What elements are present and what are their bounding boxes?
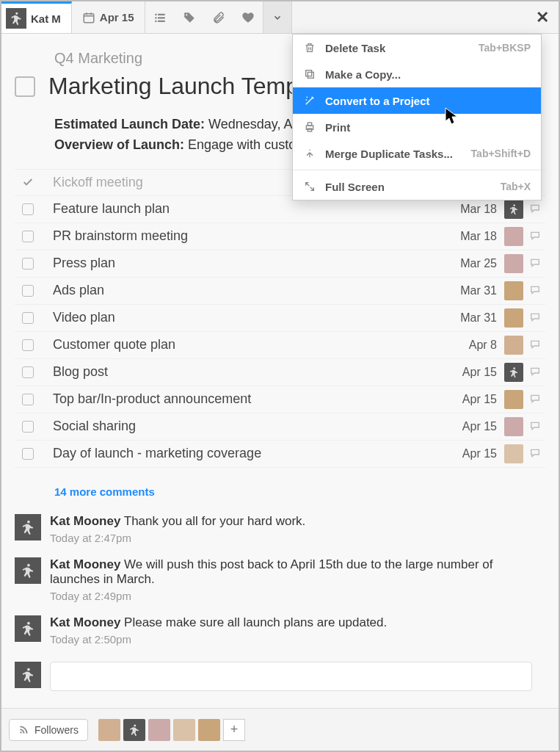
task-title[interactable]: Marketing Launch Temp — [48, 73, 299, 100]
follower-avatar[interactable] — [98, 719, 120, 741]
follower-avatar[interactable] — [173, 719, 195, 741]
comment-icon[interactable] — [529, 284, 542, 297]
comment-author[interactable]: Kat Mooney — [50, 615, 120, 629]
merge-icon — [303, 147, 316, 160]
follower-avatar[interactable] — [123, 719, 145, 741]
subtask-date: Mar 25 — [447, 257, 497, 270]
subtask-assignee-avatar[interactable] — [504, 308, 523, 328]
subtask-row[interactable]: Blog post Apr 15 — [15, 359, 545, 386]
subtask-checkbox[interactable] — [22, 421, 34, 433]
svg-point-7 — [186, 14, 187, 15]
subtask-checkbox[interactable] — [22, 366, 34, 378]
assignee-chip[interactable]: Kat M — [1, 1, 72, 33]
comment-text: Please make sure all launch plans are up… — [120, 615, 387, 629]
comment-author[interactable]: Kat Mooney — [50, 557, 120, 571]
svg-point-13 — [20, 731, 21, 733]
due-date: Apr 15 — [100, 11, 134, 24]
comment-icon[interactable] — [529, 311, 542, 325]
subtask-row[interactable]: PR brainstorm meeting Mar 18 — [15, 223, 545, 250]
comment-icon[interactable] — [529, 447, 542, 460]
comment-time: Today at 2:50pm — [50, 633, 387, 646]
more-comments-link[interactable]: 14 more comments — [54, 485, 545, 498]
comment-input[interactable] — [50, 662, 532, 691]
comment-icon[interactable] — [529, 203, 542, 216]
add-follower-button[interactable]: + — [223, 719, 245, 741]
comment-icon[interactable] — [529, 393, 542, 406]
subtask-title: Top bar/In-product announcement — [53, 391, 447, 407]
subtask-date: Apr 15 — [447, 420, 497, 433]
followers-label: Followers — [34, 724, 79, 736]
comment-avatar — [15, 557, 41, 584]
subtask-checkbox[interactable] — [22, 312, 34, 324]
svg-rect-11 — [308, 123, 311, 126]
menu-merge-duplicates[interactable]: Merge Duplicate Tasks... Tab+Shift+D — [293, 140, 541, 167]
comment-row: Kat Mooney Please make sure all launch p… — [15, 611, 545, 654]
subtask-title: PR brainstorm meeting — [53, 228, 447, 244]
subtask-date: Apr 8 — [447, 339, 497, 352]
subtask-row[interactable]: Ads plan Mar 31 — [15, 278, 545, 305]
due-date-chip[interactable]: Apr 15 — [72, 1, 145, 33]
menu-full-screen[interactable]: Full Screen Tab+X — [293, 173, 541, 200]
menu-delete-task[interactable]: Delete Task Tab+BKSP — [293, 35, 541, 61]
subtask-assignee-avatar[interactable] — [504, 227, 523, 246]
comment-avatar — [15, 514, 41, 540]
followers-button[interactable]: Followers — [9, 719, 88, 741]
complete-task-checkbox[interactable] — [15, 76, 35, 97]
svg-rect-1 — [155, 13, 156, 15]
comment-icon[interactable] — [529, 420, 542, 433]
subtask-date: Mar 18 — [447, 230, 497, 243]
subtask-checkbox[interactable] — [22, 258, 34, 270]
subtask-assignee-avatar[interactable] — [504, 417, 523, 436]
menu-make-copy[interactable]: Make a Copy... — [293, 61, 541, 87]
subtask-checkbox[interactable] — [22, 231, 34, 242]
comment-icon[interactable] — [529, 257, 542, 270]
subtask-assignee-avatar[interactable] — [504, 363, 523, 382]
subtask-title: Customer quote plan — [53, 337, 447, 352]
subtask-checkbox[interactable] — [22, 448, 34, 460]
subtask-checkbox[interactable] — [22, 339, 34, 351]
close-button[interactable]: ✕ — [526, 1, 559, 33]
subtasks-icon[interactable] — [145, 1, 175, 33]
checkmark-icon[interactable] — [22, 176, 34, 188]
follower-avatars: + — [98, 719, 245, 741]
menu-separator — [293, 170, 541, 170]
comment-author[interactable]: Kat Mooney — [50, 514, 120, 528]
wand-icon — [303, 94, 316, 107]
subtask-assignee-avatar[interactable] — [504, 390, 523, 409]
copy-icon — [303, 68, 316, 81]
subtask-row[interactable]: Day of launch - marketing coverage Apr 1… — [15, 441, 545, 468]
subtask-assignee-avatar[interactable] — [504, 444, 523, 463]
subtask-checkbox[interactable] — [22, 203, 34, 215]
menu-convert-to-project[interactable]: Convert to a Project — [293, 87, 541, 114]
svg-rect-4 — [158, 17, 165, 18]
subtask-row[interactable]: Top bar/In-product announcement Apr 15 — [15, 386, 545, 413]
menu-print[interactable]: Print — [293, 114, 541, 140]
more-actions-dropdown-button[interactable] — [263, 1, 292, 33]
subtask-assignee-avatar[interactable] — [504, 200, 523, 219]
svg-rect-3 — [155, 17, 156, 18]
subtask-title: Feature launch plan — [53, 201, 447, 217]
follower-avatar[interactable] — [148, 719, 170, 741]
comment-icon[interactable] — [529, 366, 542, 379]
comment-icon[interactable] — [529, 339, 542, 352]
subtask-assignee-avatar[interactable] — [504, 281, 523, 300]
subtask-row[interactable]: Video plan Mar 31 — [15, 305, 545, 332]
compose-row — [15, 662, 532, 691]
subtask-checkbox[interactable] — [22, 285, 34, 297]
subtask-row[interactable]: Social sharing Apr 15 — [15, 413, 545, 441]
subtask-assignee-avatar[interactable] — [504, 336, 523, 355]
tag-icon[interactable] — [175, 1, 204, 33]
subtask-assignee-avatar[interactable] — [504, 254, 523, 273]
subtask-checkbox[interactable] — [22, 394, 34, 405]
subtask-row[interactable]: Customer quote plan Apr 8 — [15, 332, 545, 359]
compose-avatar — [15, 662, 41, 688]
subtask-title: Day of launch - marketing coverage — [53, 446, 447, 461]
follower-avatar[interactable] — [198, 719, 220, 741]
rss-icon — [18, 725, 29, 735]
subtask-date: Mar 18 — [447, 203, 497, 216]
subtask-row[interactable]: Press plan Mar 25 — [15, 250, 545, 278]
comment-icon[interactable] — [529, 230, 542, 243]
heart-icon[interactable] — [233, 1, 263, 33]
attachment-icon[interactable] — [204, 1, 233, 33]
svg-rect-5 — [155, 20, 156, 21]
